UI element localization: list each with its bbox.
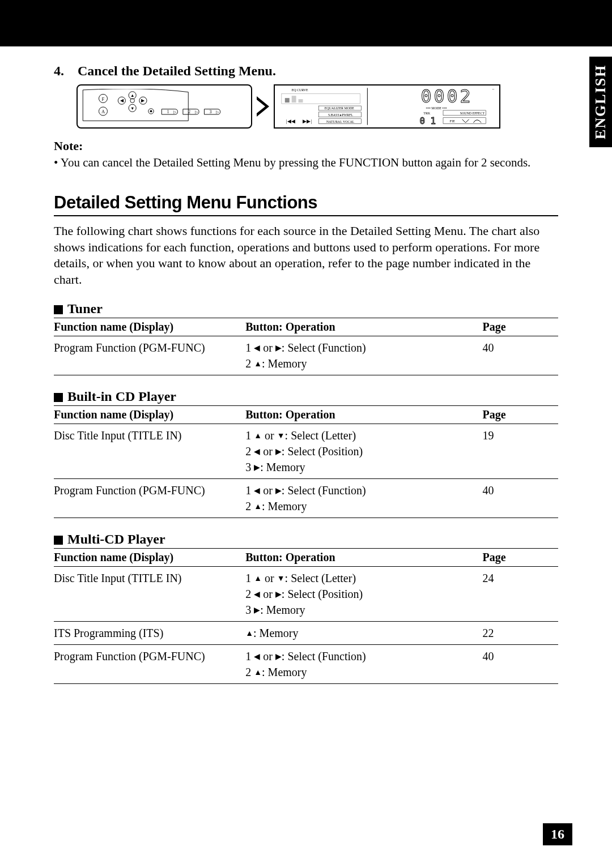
col-page: Page [482,406,558,424]
subsection-title: Multi-CD Player [54,532,558,549]
note-label: Note: [54,139,558,153]
cell-page: 40 [482,336,558,375]
cell-operation: 1 ◀ or ▶: Select (Function)2 ▲: Memory [245,479,482,518]
col-page: Page [482,549,558,567]
svg-text:0 1: 0 1 [419,116,436,126]
cell-function: Program Function (PGM-FUNC) [54,336,245,375]
arrow-icon [257,96,269,117]
col-operation: Button: Operation [245,406,482,424]
note-body: • You can cancel the Detailed Setting Me… [54,156,558,170]
square-bullet-icon [54,536,63,545]
svg-text:2: 2 [188,109,190,114]
diagram-row: F A ▲ ◀ ▶ ▼ 1▷ 2▷ 3▷ EQ CURVE EQUALIZER … [76,84,558,129]
svg-text:NATURAL  VOCAL: NATURAL VOCAL [326,120,355,123]
step-number: 4. [54,63,64,78]
svg-text:FIE: FIE [450,119,455,123]
svg-text:′′: ′′ [492,88,495,92]
control-panel-diagram: F A ▲ ◀ ▶ ▼ 1▷ 2▷ 3▷ [76,84,252,129]
function-table: Function name (Display)Button: Operation… [54,549,558,684]
subsection: Multi-CD PlayerFunction name (Display)Bu… [54,532,558,684]
top-black-band [0,0,612,46]
cell-function: Disc Title Input (TITLE IN) [54,567,245,622]
cell-operation: 1 ▲ or ▼: Select (Letter)2 ◀ or ▶: Selec… [245,424,482,479]
subsection-title: Built-in CD Player [54,389,558,406]
display-diagram: EQ CURVE EQUALIZER MODE S.BASS ▸PWRFL NA… [274,84,500,129]
section-heading: Detailed Setting Menu Functions [54,193,558,216]
subsection: Built-in CD PlayerFunction name (Display… [54,389,558,518]
svg-text:0002: 0002 [420,86,473,106]
step-text: Cancel the Detailed Setting Menu. [78,63,276,78]
cell-page: 22 [482,622,558,645]
svg-text:1: 1 [167,109,169,114]
svg-text:▷: ▷ [173,110,177,114]
col-operation: Button: Operation [245,318,482,336]
cell-page: 40 [482,645,558,684]
svg-text:TRK: TRK [423,112,431,115]
svg-text:▶: ▶ [141,98,145,103]
cell-function: Program Function (PGM-FUNC) [54,645,245,684]
svg-text:▲: ▲ [130,93,134,98]
cell-operation: 1 ◀ or ▶: Select (Function)2 ▲: Memory [245,336,482,375]
svg-text:••••  MODE  ••••: •••• MODE •••• [426,106,447,110]
col-function-name: Function name (Display) [54,406,245,424]
step-title: 4. Cancel the Detailed Setting Menu. [54,63,558,79]
col-page: Page [482,318,558,336]
svg-text:A: A [101,109,105,114]
svg-rect-23 [285,98,290,102]
subsection-title: Tuner [54,301,558,318]
page-number: 16 [543,823,572,845]
svg-text:F: F [102,96,105,102]
svg-text:|◀◀: |◀◀ [286,118,295,124]
page-content: 4. Cancel the Detailed Setting Menu. F A… [0,46,612,684]
language-tab: ENGLISH [589,57,612,147]
function-table: Function name (Display)Button: Operation… [54,318,558,375]
square-bullet-icon [54,305,63,314]
subsection: TunerFunction name (Display)Button: Oper… [54,301,558,375]
svg-text:EQ CURVE: EQ CURVE [292,88,308,92]
table-row: Program Function (PGM-FUNC)1 ◀ or ▶: Sel… [54,479,558,518]
table-row: Disc Title Input (TITLE IN)1 ▲ or ▼: Sel… [54,424,558,479]
col-function-name: Function name (Display) [54,549,245,567]
table-row: Disc Title Input (TITLE IN)1 ▲ or ▼: Sel… [54,567,558,622]
cell-function: ITS Programming (ITS) [54,622,245,645]
svg-text:▼: ▼ [130,106,134,111]
cell-function: Disc Title Input (TITLE IN) [54,424,245,479]
square-bullet-icon [54,393,63,402]
svg-text:▷: ▷ [195,110,198,114]
col-function-name: Function name (Display) [54,318,245,336]
intro-paragraph: The following chart shows functions for … [54,223,558,288]
table-row: Program Function (PGM-FUNC)1 ◀ or ▶: Sel… [54,336,558,375]
cell-operation: 1 ◀ or ▶: Select (Function)2 ▲: Memory [245,645,482,684]
svg-point-14 [150,110,152,113]
col-operation: Button: Operation [245,549,482,567]
svg-text:3: 3 [210,109,212,114]
svg-text:S.BASS ▸PWRFL: S.BASS ▸PWRFL [328,113,353,117]
cell-page: 40 [482,479,558,518]
cell-page: 24 [482,567,558,622]
svg-text:EQUALIZER MODE: EQUALIZER MODE [325,106,355,110]
function-table: Function name (Display)Button: Operation… [54,406,558,518]
table-row: Program Function (PGM-FUNC)1 ◀ or ▶: Sel… [54,645,558,684]
svg-rect-24 [292,96,296,102]
table-row: ITS Programming (ITS)▲: Memory22 [54,622,558,645]
cell-function: Program Function (PGM-FUNC) [54,479,245,518]
svg-text:▶▶|: ▶▶| [303,118,312,124]
svg-text:▷: ▷ [216,110,219,114]
svg-text:SOUND EFFECT: SOUND EFFECT [460,112,485,115]
svg-rect-25 [299,99,303,102]
cell-operation: ▲: Memory [245,622,482,645]
cell-page: 19 [482,424,558,479]
svg-text:◀: ◀ [120,98,124,103]
cell-operation: 1 ▲ or ▼: Select (Letter)2 ◀ or ▶: Selec… [245,567,482,622]
